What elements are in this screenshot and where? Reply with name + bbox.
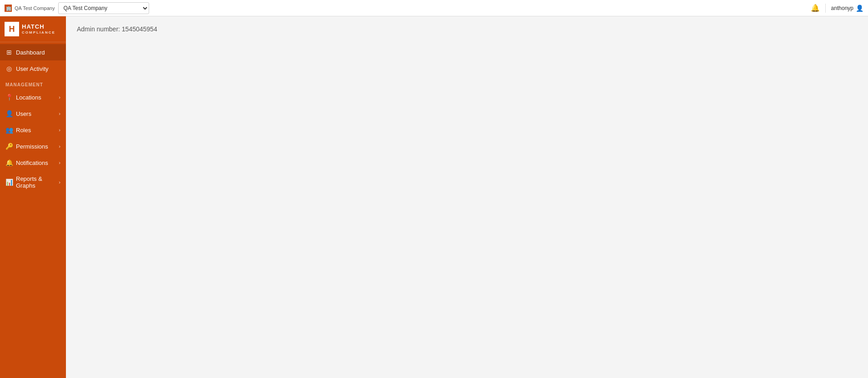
sidebar-item-locations-left: 📍 Locations (5, 94, 41, 101)
permissions-chevron-icon: › (59, 144, 60, 149)
users-chevron-icon: › (59, 111, 60, 116)
pin-icon: 📍 (5, 94, 13, 101)
admin-number: Admin number: 1545045954 (77, 25, 857, 33)
brand-top: HATCH (22, 24, 55, 30)
sidebar-item-dashboard-label: Dashboard (16, 49, 45, 56)
sidebar-item-notifications-left: 🔔 Notifications (5, 159, 48, 166)
main-layout: H HATCH COMPLIANCE ⊞ Dashboard ◎ User Ac… (0, 16, 868, 378)
username-text: anthonyp (831, 5, 853, 11)
sidebar-item-users-label: Users (16, 110, 31, 117)
sidebar-item-permissions-label: Permissions (16, 143, 48, 150)
bell-nav-icon: 🔔 (5, 159, 13, 166)
sidebar-item-user-activity[interactable]: ◎ User Activity (0, 60, 66, 77)
logo-text: HATCH COMPLIANCE (22, 24, 55, 34)
topbar: 🏢 QA Test Company QA Test Company 🔔 anth… (0, 0, 868, 16)
topbar-divider (825, 4, 826, 13)
sidebar-item-dashboard-left: ⊞ Dashboard (5, 49, 45, 56)
people-icon: 👥 (5, 126, 13, 134)
sidebar-item-user-activity-left: ◎ User Activity (5, 65, 49, 72)
person-icon: 👤 (5, 110, 13, 117)
topbar-right: 🔔 anthonyp 👤 (811, 4, 863, 13)
sidebar-item-users-left: 👤 Users (5, 110, 31, 117)
sidebar-item-roles-label: Roles (16, 127, 31, 134)
topbar-username: anthonyp 👤 (831, 5, 863, 12)
grid-icon: ⊞ (5, 49, 13, 56)
key-icon: 🔑 (5, 143, 13, 150)
reports-chevron-icon: › (59, 179, 60, 185)
logo-box: H (5, 22, 19, 36)
sidebar: H HATCH COMPLIANCE ⊞ Dashboard ◎ User Ac… (0, 16, 66, 378)
notifications-chevron-icon: › (59, 160, 60, 165)
sidebar-item-permissions[interactable]: 🔑 Permissions › (0, 138, 66, 154)
sidebar-item-reports-left: 📊 Reports & Graphs (5, 175, 59, 189)
sidebar-item-notifications-label: Notifications (16, 159, 48, 166)
brand-bottom: COMPLIANCE (22, 30, 55, 35)
chart-icon: 📊 (5, 179, 13, 186)
sidebar-item-roles-left: 👥 Roles (5, 126, 31, 134)
sidebar-item-reports-graphs[interactable]: 📊 Reports & Graphs › (0, 171, 66, 194)
sidebar-item-locations[interactable]: 📍 Locations › (0, 89, 66, 105)
company-select[interactable]: QA Test Company (58, 2, 149, 14)
locations-chevron-icon: › (59, 94, 60, 100)
bell-icon[interactable]: 🔔 (811, 4, 820, 12)
sidebar-item-locations-label: Locations (16, 94, 41, 101)
sidebar-item-dashboard[interactable]: ⊞ Dashboard (0, 44, 66, 60)
activity-icon: ◎ (5, 65, 13, 72)
company-tab-label: QA Test Company (15, 5, 55, 11)
sidebar-item-notifications[interactable]: 🔔 Notifications › (0, 154, 66, 171)
company-icon: 🏢 (5, 5, 12, 12)
sidebar-item-users[interactable]: 👤 Users › (0, 105, 66, 122)
logo-symbol: H (9, 25, 15, 33)
content-area: Admin number: 1545045954 (66, 16, 868, 378)
management-section-label: MANAGEMENT (0, 77, 66, 89)
roles-chevron-icon: › (59, 127, 60, 133)
user-icon: 👤 (856, 5, 863, 12)
sidebar-item-permissions-left: 🔑 Permissions (5, 143, 48, 150)
sidebar-nav: ⊞ Dashboard ◎ User Activity MANAGEMENT 📍… (0, 42, 66, 378)
sidebar-item-user-activity-label: User Activity (16, 65, 49, 72)
sidebar-item-reports-label: Reports & Graphs (16, 175, 59, 189)
sidebar-logo: H HATCH COMPLIANCE (0, 16, 66, 42)
svg-text:🏢: 🏢 (6, 5, 11, 11)
sidebar-item-roles[interactable]: 👥 Roles › (0, 122, 66, 138)
